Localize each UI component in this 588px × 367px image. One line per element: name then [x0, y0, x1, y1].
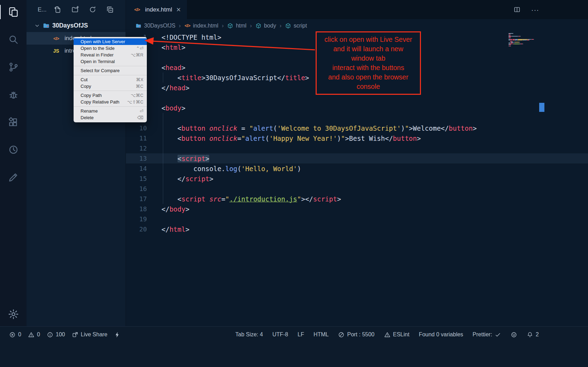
menu-item-open-to-the-side[interactable]: Open to the Side⌃⏎ — [74, 45, 147, 52]
status-language[interactable]: HTML — [314, 331, 329, 338]
close-icon[interactable]: × — [175, 6, 181, 14]
timeline-icon[interactable] — [0, 144, 27, 155]
new-file-icon[interactable] — [54, 6, 62, 14]
folder-icon — [43, 22, 50, 29]
code-text: </script> — [161, 175, 213, 183]
editor-actions: ··· — [513, 0, 539, 19]
explorer-title: E... — [38, 6, 47, 13]
smiley-icon — [511, 331, 517, 338]
status-feedback[interactable] — [511, 331, 517, 338]
breadcrumb-separator: › — [250, 23, 252, 29]
tab-index-html[interactable]: </> index.html × — [126, 0, 187, 19]
status-errors[interactable]: 0 — [9, 331, 21, 338]
code-line[interactable]: 14 console.log('Hello, World') — [126, 163, 588, 174]
line-number: 12 — [126, 145, 147, 152]
menu-item-copy-relative-path[interactable]: Copy Relative Path⌥⇧⌘C — [74, 99, 147, 105]
tab-label: index.html — [145, 6, 172, 13]
debug-icon[interactable] — [0, 89, 27, 100]
status-eol[interactable]: LF — [297, 331, 304, 338]
code-text: </body> — [161, 205, 189, 213]
code-text: </html> — [161, 225, 189, 233]
line-number: 14 — [126, 165, 147, 172]
code-line[interactable]: 11 <button onclick="alert('Happy New Yea… — [126, 133, 588, 143]
html-file-icon: </> — [184, 23, 190, 29]
line-number: 19 — [126, 215, 147, 223]
breadcrumb: 30DaysOfJS›</>index.html›html›body›scrip… — [126, 19, 588, 32]
new-folder-icon[interactable] — [71, 6, 79, 14]
code-line[interactable]: 13 <script> — [126, 153, 588, 163]
code-line[interactable]: 19 — [126, 214, 588, 224]
menu-item-select-for-compare[interactable]: Select for Compare — [74, 67, 147, 74]
symbol-icon — [227, 23, 233, 29]
menu-item-open-in-terminal[interactable]: Open in Terminal — [74, 58, 147, 65]
code-line[interactable]: 18</body> — [126, 204, 588, 214]
line-number: 10 — [126, 124, 147, 132]
refresh-icon[interactable] — [89, 6, 97, 14]
extensions-icon[interactable] — [0, 116, 27, 128]
annotation-text-line: interact with the buttons — [318, 63, 419, 72]
breadcrumb-item-index-html[interactable]: </>index.html — [184, 23, 218, 29]
explorer-icon[interactable] — [0, 6, 27, 18]
status-warnings[interactable]: 0 — [28, 331, 40, 338]
warning-icon — [28, 331, 35, 338]
status-notifications[interactable]: 2 — [527, 331, 539, 338]
status-prettier[interactable]: Prettier: — [473, 331, 501, 338]
collapse-all-icon[interactable] — [106, 6, 114, 14]
code-line[interactable]: 17 <script src="./introduction.js"></scr… — [126, 194, 588, 204]
status-eslint[interactable]: ESLint — [384, 331, 409, 338]
annotation-text-line: and it will launch a new — [318, 44, 419, 54]
status-quick-action[interactable] — [114, 331, 121, 338]
root-folder-label: 30DaysOfJS — [52, 22, 88, 29]
code-text: <head> — [161, 64, 186, 71]
code-line[interactable]: 20</html> — [126, 224, 588, 234]
code-text: <button onclick = "alert('Welcome to 30D… — [161, 124, 477, 132]
more-actions-icon[interactable]: ··· — [531, 8, 539, 11]
settings-gear-icon[interactable] — [8, 308, 19, 320]
menu-item-copy[interactable]: Copy⌘C — [74, 83, 147, 90]
minimap[interactable] — [508, 33, 539, 51]
line-number: 11 — [126, 135, 147, 142]
code-line[interactable]: 8<body> — [126, 103, 588, 113]
source-control-icon[interactable] — [0, 61, 27, 73]
folder-icon — [135, 23, 142, 29]
code-line[interactable]: 9 — [126, 113, 588, 123]
error-icon — [9, 331, 16, 338]
menu-item-reveal-in-finder[interactable]: Reveal in Finder⌥⌘R — [74, 52, 147, 58]
menu-item-rename[interactable]: Rename⏎ — [74, 108, 147, 114]
menu-item-delete[interactable]: Delete⌫ — [74, 114, 147, 121]
code-line[interactable]: 16 — [126, 184, 588, 194]
eslint-warning-icon — [384, 331, 391, 338]
menu-item-open-with-live-server[interactable]: Open with Live Server — [74, 38, 147, 45]
breadcrumb-item-body[interactable]: body — [255, 23, 276, 29]
check-icon — [495, 331, 501, 338]
status-live-share[interactable]: Live Share — [72, 331, 108, 338]
code-text: </head> — [161, 84, 189, 92]
code-text: <script src="./introduction.js"></script… — [161, 195, 341, 203]
menu-item-cut[interactable]: Cut⌘X — [74, 76, 147, 83]
menu-separator — [74, 66, 147, 66]
code-line[interactable]: 10 <button onclick = "alert('Welcome to … — [126, 123, 588, 133]
status-tab-size[interactable]: Tab Size: 4 — [235, 331, 263, 338]
breadcrumb-separator: › — [280, 23, 281, 29]
status-encoding[interactable]: UTF-8 — [272, 331, 288, 338]
status-found-variables[interactable]: Found 0 variables — [419, 331, 463, 338]
split-editor-icon[interactable] — [513, 6, 521, 13]
breadcrumb-item-html[interactable]: html — [227, 23, 246, 29]
breadcrumb-item-script[interactable]: script — [285, 23, 307, 29]
status-info[interactable]: 100 — [47, 331, 65, 338]
line-number: 20 — [126, 225, 147, 233]
folder-row-30daysofjs[interactable]: 30DaysOfJS — [27, 19, 126, 32]
search-icon[interactable] — [0, 34, 27, 45]
code-line[interactable]: 12 — [126, 143, 588, 153]
chevron-down-icon — [34, 23, 40, 29]
code-line[interactable]: 15 </script> — [126, 174, 588, 184]
line-number: 17 — [126, 195, 147, 202]
code-text: <body> — [161, 104, 186, 112]
status-port[interactable]: Port : 5500 — [338, 331, 374, 338]
explorer-header: E... — [27, 0, 126, 19]
feedback-icon[interactable] — [0, 171, 27, 183]
bell-icon — [527, 331, 533, 338]
tab-bar: </> index.html × ··· — [126, 0, 588, 19]
menu-item-copy-path[interactable]: Copy Path⌥⌘C — [74, 92, 147, 99]
breadcrumb-item-30daysofjs[interactable]: 30DaysOfJS — [135, 23, 175, 29]
